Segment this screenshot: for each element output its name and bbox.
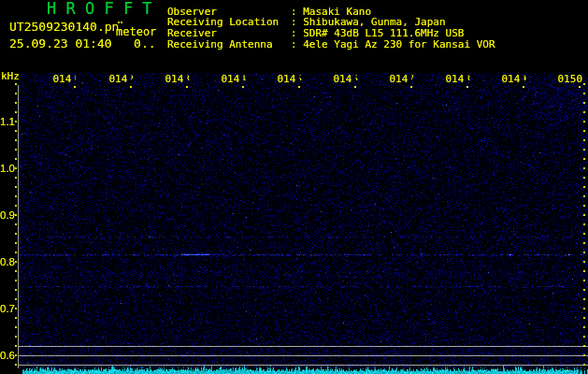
time-label-last-digit: 5 bbox=[295, 75, 302, 84]
spectrogram-canvas bbox=[0, 0, 588, 374]
freq-tick-right bbox=[583, 233, 586, 235]
minute-tick bbox=[74, 86, 76, 88]
info-value: : 4ele Yagi Az 230 for Kansai VOR bbox=[291, 39, 495, 50]
freq-tick-right bbox=[583, 270, 586, 272]
freq-tick-right bbox=[583, 223, 586, 225]
freq-tick-right bbox=[583, 102, 586, 104]
freq-tick-right bbox=[583, 186, 586, 188]
freq-tick-left bbox=[15, 280, 18, 281]
freq-tick-left bbox=[15, 336, 18, 338]
freq-tick-left bbox=[15, 289, 18, 291]
freq-tick-right bbox=[583, 308, 586, 309]
freq-tick-left bbox=[15, 364, 18, 366]
freq-tick-left bbox=[15, 195, 18, 197]
freq-tick-right bbox=[583, 317, 586, 319]
freq-tick-left bbox=[15, 233, 18, 235]
freq-tick-right bbox=[583, 167, 586, 169]
freq-tick-right bbox=[583, 149, 586, 151]
freq-tick-label: 0.8 bbox=[0, 257, 15, 267]
time-label-digits: 014 bbox=[278, 73, 296, 85]
remnant-dot bbox=[121, 22, 122, 23]
freq-tick-right bbox=[583, 158, 586, 160]
minute-tick bbox=[130, 86, 132, 88]
time-label-digits: 014 bbox=[446, 73, 465, 85]
freq-tick-right bbox=[583, 326, 586, 328]
freq-tick-right bbox=[583, 177, 586, 179]
time-label-last-digit: 9 bbox=[520, 75, 526, 84]
minute-tick bbox=[242, 86, 244, 88]
info-label: Receiving Antenna bbox=[167, 39, 273, 50]
freq-tick-left bbox=[15, 177, 18, 179]
freq-tick-left bbox=[15, 223, 18, 225]
info-label: Receiving Location bbox=[167, 17, 279, 27]
freq-tick-label: 1.1 bbox=[0, 117, 15, 127]
time-label-digits: 014 bbox=[334, 73, 352, 85]
minute-tick bbox=[354, 86, 356, 88]
freq-tick-right bbox=[583, 364, 586, 366]
minute-tick bbox=[523, 86, 524, 88]
time-label-last-digit: 1 bbox=[71, 75, 78, 84]
freq-tick-label: 1.0 bbox=[0, 164, 15, 174]
freq-tick-right bbox=[583, 111, 586, 113]
time-label: 0148 bbox=[446, 75, 471, 84]
time-label: 0150 bbox=[558, 75, 583, 84]
freq-tick-right bbox=[583, 205, 586, 207]
time-label-digits: 014 bbox=[165, 73, 184, 85]
freq-tick-right bbox=[583, 354, 586, 356]
minute-tick bbox=[186, 86, 188, 88]
freq-tick-left bbox=[15, 242, 18, 244]
freq-tick-right bbox=[583, 280, 586, 281]
time-label: 0143 bbox=[165, 75, 191, 84]
freq-tick-left bbox=[15, 345, 18, 347]
freq-tick-label: 0.9 bbox=[0, 210, 15, 221]
freq-axis-unit: kHz bbox=[1, 71, 20, 81]
freq-tick-right bbox=[583, 252, 586, 253]
freq-tick-left bbox=[15, 270, 18, 272]
time-label: 0149 bbox=[502, 75, 527, 84]
freq-tick-right bbox=[583, 261, 586, 263]
freq-tick-right bbox=[583, 298, 586, 300]
minute-tick bbox=[466, 86, 468, 88]
info-label: Receiver bbox=[167, 28, 217, 38]
time-label-digits: 014 bbox=[53, 73, 72, 85]
time-label-digits: 014 bbox=[109, 73, 128, 85]
info-value: : Masaki Kano bbox=[291, 7, 371, 17]
app-title: H R O F F T bbox=[47, 2, 152, 16]
freq-tick-label: 0.7 bbox=[0, 304, 15, 314]
freq-tick-right bbox=[583, 242, 586, 244]
time-label-digits: 014 bbox=[502, 73, 521, 85]
hrofft-output-screen: H R O F F T UT2509230140.pn meteor 25.09… bbox=[0, 0, 588, 374]
time-label-last-digit: 0 bbox=[576, 73, 582, 85]
freq-tick-right bbox=[583, 139, 586, 141]
freq-tick-left bbox=[15, 252, 18, 253]
freq-axis-line bbox=[18, 85, 19, 368]
freq-tick-left bbox=[15, 186, 18, 188]
freq-tick-right bbox=[583, 336, 586, 338]
time-label-last-digit: 4 bbox=[239, 75, 246, 84]
freq-tick-right bbox=[583, 121, 586, 122]
time-label: 0145 bbox=[278, 75, 303, 84]
freq-tick-left bbox=[15, 205, 18, 207]
time-label-digits: 014 bbox=[390, 73, 409, 85]
freq-tick-right bbox=[583, 214, 586, 216]
freq-tick-left bbox=[15, 83, 18, 85]
freq-tick-left bbox=[15, 298, 18, 300]
time-label-last-digit: 7 bbox=[408, 75, 414, 84]
datetime-line: 25.09.23 01:40 0.. bbox=[9, 37, 156, 50]
freq-tick-right bbox=[583, 83, 586, 85]
time-label: 0146 bbox=[334, 75, 359, 84]
time-label: 0144 bbox=[222, 75, 247, 84]
time-label-digits: 014 bbox=[222, 73, 240, 85]
minute-tick bbox=[579, 86, 581, 88]
time-label: 0147 bbox=[390, 75, 415, 84]
minute-tick bbox=[410, 86, 412, 88]
remnant-dot bbox=[118, 22, 120, 23]
freq-tick-left bbox=[15, 102, 18, 104]
freq-tick-left bbox=[15, 130, 18, 132]
freq-tick-right bbox=[583, 345, 586, 347]
minute-tick bbox=[298, 86, 300, 88]
time-label-last-digit: 8 bbox=[464, 75, 470, 84]
freq-tick-left bbox=[15, 93, 18, 94]
freq-tick-label: 0.6 bbox=[0, 351, 15, 361]
time-label-last-digit: 2 bbox=[127, 75, 134, 84]
